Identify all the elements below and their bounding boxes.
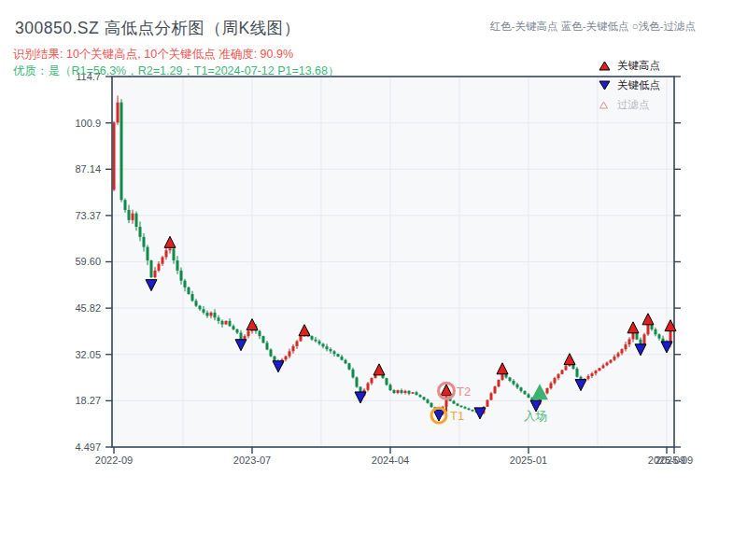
candle-body: [191, 294, 194, 301]
candle-body: [617, 353, 620, 357]
candle-body: [300, 336, 303, 341]
candle-body: [150, 260, 153, 277]
candle-body: [124, 200, 127, 210]
candle-body: [218, 317, 220, 321]
candle-body: [393, 390, 396, 393]
candle-body: [143, 237, 146, 247]
candle-body: [513, 381, 515, 385]
candle-body: [259, 331, 261, 336]
candle-body: [154, 271, 157, 277]
candle-body: [599, 368, 601, 371]
candle-body: [292, 346, 295, 351]
candle-body: [120, 103, 123, 200]
candle-body: [416, 392, 418, 395]
candle-body: [203, 309, 205, 313]
candle-body: [345, 360, 347, 364]
blue-down-triangle-icon: [599, 80, 612, 91]
candle-body: [430, 403, 433, 407]
red-up-triangle-icon: [599, 61, 612, 71]
candle-body: [606, 363, 609, 366]
candle-body: [225, 321, 228, 325]
candle-body: [498, 380, 500, 386]
candle-body: [386, 378, 388, 385]
candle-body: [655, 329, 657, 334]
candle-body: [188, 287, 190, 294]
candle-body: [613, 357, 616, 360]
candle-body: [337, 354, 340, 357]
report-page: 入场T1T2 4.49718.2732.0545.8259.6073.3787.…: [0, 0, 747, 560]
t1-label: T1: [450, 409, 464, 423]
candle-body: [427, 399, 430, 403]
candle-body: [587, 376, 590, 379]
candle-body: [326, 346, 329, 349]
candle-body: [165, 250, 168, 257]
candle-body: [270, 350, 273, 357]
candle-body: [453, 401, 456, 404]
candle-body: [389, 385, 392, 390]
candle-body: [315, 340, 317, 342]
candle-body: [244, 336, 247, 340]
candle-body: [621, 349, 624, 353]
quality-line: 优质：是（R1=56.3%，R2=1.29；T1=2024-07-12 P1=1…: [13, 63, 340, 79]
candle-body: [341, 357, 344, 360]
candle-body: [397, 390, 400, 393]
candle-body: [128, 210, 131, 220]
candle-body: [210, 313, 213, 316]
candle-body: [643, 334, 646, 345]
candle-body: [404, 391, 407, 393]
candle-body: [647, 325, 650, 335]
candle-body: [318, 342, 321, 344]
candle-body: [266, 343, 269, 349]
candle-body: [135, 214, 138, 227]
candle-body: [658, 334, 661, 338]
candle-body: [610, 360, 613, 363]
candle-body: [352, 370, 355, 378]
candle-body: [554, 378, 557, 383]
candle-body: [408, 391, 411, 394]
candle-body: [285, 357, 288, 360]
candle-body: [236, 329, 239, 333]
candle-body: [195, 301, 198, 305]
candle-body: [561, 370, 564, 373]
candle-body: [401, 390, 403, 393]
t2-label: T2: [457, 385, 471, 399]
legend-item-filter: 过滤点: [599, 95, 660, 115]
candle-body: [113, 122, 116, 189]
candle-body: [184, 281, 187, 287]
candle-body: [367, 384, 370, 390]
candle-body: [423, 397, 426, 399]
candle-body: [322, 343, 325, 346]
candle-body: [330, 349, 332, 351]
chart-legend: 关键高点 关键低点 过滤点: [599, 56, 660, 115]
entry-label: 入场: [524, 410, 547, 423]
candle-body: [468, 409, 471, 410]
candle-body: [490, 393, 493, 399]
candle-body: [486, 400, 489, 407]
candle-body: [147, 247, 149, 260]
candle-body: [132, 214, 134, 220]
legend-label: 关键低点: [617, 78, 660, 92]
candle-body: [412, 392, 415, 393]
candle-body: [311, 336, 314, 340]
candle-body: [591, 373, 594, 376]
candle-body: [576, 369, 579, 377]
candle-body: [546, 388, 549, 393]
candle-body: [494, 386, 497, 393]
candle-body: [628, 339, 631, 344]
candle-body: [199, 306, 202, 310]
candle-body: [247, 331, 250, 336]
candle-body: [240, 333, 243, 340]
candle-body: [221, 321, 224, 325]
candle-body: [233, 326, 235, 329]
candle-body: [139, 227, 142, 237]
candle-body: [602, 365, 605, 368]
legend-item-key-high: 关键高点: [599, 56, 660, 76]
candle-body: [524, 391, 527, 395]
candle-body: [206, 313, 209, 316]
candle-body: [117, 103, 120, 123]
candle-body: [625, 344, 627, 349]
candle-body: [173, 248, 176, 260]
candle-body: [356, 377, 359, 386]
legend-label: 关键高点: [617, 59, 660, 73]
candle-body: [169, 248, 172, 250]
